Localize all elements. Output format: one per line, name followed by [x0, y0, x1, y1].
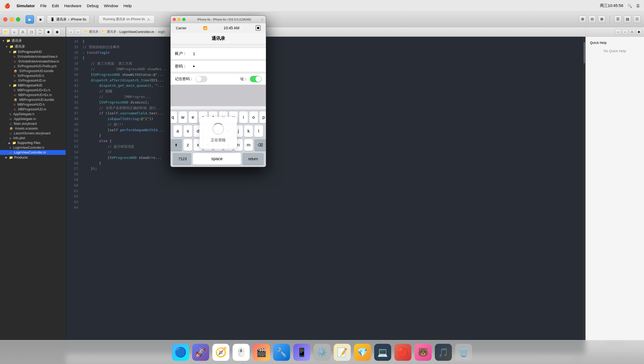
dock-music[interactable]: 🎵: [435, 344, 452, 361]
kb-key-e[interactable]: e: [189, 111, 197, 123]
sidebar-mbprogress-group[interactable]: ▼ 📁 MBProgressHUD: [0, 83, 66, 88]
autologin-switch[interactable]: [250, 76, 262, 82]
kb-key-m[interactable]: m: [244, 139, 253, 151]
kb-key-i[interactable]: i: [239, 111, 248, 123]
sidebar-item-mbexh[interactable]: h MBProgressHUD+Ex.h: [0, 88, 66, 93]
breadcrumb-item-4[interactable]: -login: [157, 30, 165, 34]
rp-back-btn[interactable]: ‹: [615, 29, 621, 35]
sim-zoom-btn[interactable]: [182, 18, 185, 21]
kb-return-key[interactable]: return: [242, 153, 264, 165]
dock-mouse[interactable]: 🖱️: [233, 344, 250, 361]
rp-bookmark-btn[interactable]: ◉: [636, 29, 642, 35]
sidebar-svprogress-group[interactable]: ▼ 📁 SVProgressHUD: [0, 49, 66, 54]
dock-paw[interactable]: 🔴: [394, 344, 411, 361]
menu-simulator[interactable]: Simulator: [16, 3, 35, 8]
utilities-btn[interactable]: ☷: [633, 15, 641, 23]
sidebar-item-mbbundle[interactable]: 📦 MBProgressHUD.bundle: [0, 97, 66, 102]
sidebar-item-mainstoryboard[interactable]: ◻ Main.storyboard: [0, 121, 66, 126]
sim-minimize-btn[interactable]: [177, 18, 181, 21]
menu-help[interactable]: Help: [123, 3, 132, 8]
breadcrumb-item-2[interactable]: 📁 通讯录: [102, 30, 116, 34]
sidebar-item-supporting[interactable]: ▶ 📁 Supporting Files: [0, 140, 66, 145]
dock-dvd[interactable]: 🎬: [253, 344, 270, 361]
kb-key-k[interactable]: k: [244, 125, 253, 137]
kb-num-key[interactable]: .?123: [173, 153, 191, 165]
menu-window[interactable]: Window: [104, 3, 118, 8]
kb-key-z[interactable]: z: [184, 139, 192, 151]
menu-hardware[interactable]: Hardware: [64, 3, 81, 8]
zoom-button[interactable]: [16, 17, 20, 22]
sidebar-item-loginvch[interactable]: h LoginViewController.h: [0, 145, 66, 150]
sidebar-item-mbexm[interactable]: m MBProgressHUD+Ex.m: [0, 93, 66, 97]
password-field[interactable]: 密码： •: [171, 60, 266, 72]
nav-vc-icon[interactable]: ◻: [28, 28, 35, 36]
dock-sketch[interactable]: 💎: [354, 344, 371, 361]
scrollbar-thumb[interactable]: [584, 42, 585, 63]
menu-edit[interactable]: Edit: [52, 3, 59, 8]
scheme-selector[interactable]: 📱 通讯录 › iPhone 6s: [47, 15, 90, 24]
nav-folder-icon[interactable]: 📁: [2, 28, 10, 36]
sidebar-toggle-right[interactable]: ☰: [614, 15, 622, 23]
sidebar-item-mbh[interactable]: h MBProgressHUD.h: [0, 102, 66, 107]
minimize-button[interactable]: [10, 17, 14, 22]
sidebar-item-group[interactable]: ▼ 📁 通讯录: [0, 44, 66, 49]
sidebar-item-svm[interactable]: m SVProgressHUD.m: [0, 78, 66, 83]
stop-button[interactable]: ■: [36, 15, 45, 24]
breadcrumb-item-1[interactable]: 📁 通讯录: [84, 30, 98, 34]
sidebar-item-launchstoryboard[interactable]: ◻ LaunchScreen.storyboard: [0, 131, 66, 136]
dock-notes[interactable]: 📝: [334, 344, 351, 361]
dock-terminal[interactable]: 💻: [374, 344, 391, 361]
sidebar-item-appdelegatem[interactable]: m AppDelegate.m: [0, 117, 66, 121]
sidebar-item-root[interactable]: ▼ 📁 通讯录: [0, 38, 66, 44]
kb-key-s[interactable]: s: [184, 125, 192, 137]
code-editor[interactable]: 34 35 36 37 38 39 40 41 42 43 44 45 46 4…: [66, 37, 585, 354]
scrollbar-track[interactable]: [583, 37, 585, 354]
sim-close-btn[interactable]: [173, 18, 176, 21]
kb-key-p[interactable]: p: [259, 111, 266, 123]
rp-forward-btn[interactable]: ›: [622, 29, 628, 35]
sidebar-item-infoplist[interactable]: p Info.plist: [0, 136, 66, 140]
dock-bear[interactable]: 🐻: [415, 344, 432, 361]
dock-finder[interactable]: 🔵: [172, 344, 189, 361]
apple-menu[interactable]: 🍎: [4, 3, 10, 9]
kb-backspace-key[interactable]: ⌫: [254, 139, 266, 151]
remember-switch[interactable]: [196, 76, 207, 82]
sidebar-item-assets[interactable]: 📦 Assets.xcassets: [0, 126, 66, 131]
run-button[interactable]: ▶: [26, 15, 34, 24]
kb-key-q[interactable]: q: [170, 111, 177, 123]
menu-debug[interactable]: Debug: [87, 3, 98, 8]
kb-key-w[interactable]: w: [179, 111, 187, 123]
sidebar-toggle-left[interactable]: ⊞: [579, 15, 586, 23]
nav-back-btn[interactable]: ‹: [68, 29, 74, 35]
kb-space-key[interactable]: space: [193, 153, 241, 165]
username-field[interactable]: 账户： 1: [171, 48, 266, 59]
dock-settings[interactable]: ⚙️: [313, 344, 331, 361]
nav-forward-btn[interactable]: ›: [75, 29, 81, 35]
assistant-editor-btn[interactable]: ⊟: [588, 15, 596, 23]
dock-iphone[interactable]: 📱: [293, 344, 310, 361]
sidebar-item-mbm[interactable]: m MBProgressHUD.m: [0, 107, 66, 112]
kb-shift-key[interactable]: ⬆: [170, 139, 182, 151]
dock-xcode[interactable]: 🔧: [273, 344, 290, 361]
breadcrumb-item-3[interactable]: LoginViewController.m: [119, 30, 154, 34]
nav-breakpoint-icon[interactable]: ◆: [45, 28, 52, 36]
sidebar-item-products[interactable]: ▶ 📁 Products: [0, 155, 66, 160]
nav-warning-icon[interactable]: ⚠: [19, 28, 27, 36]
sidebar-item-appdelegateh[interactable]: h AppDelegate.h: [0, 112, 66, 117]
sidebar-item-svpch[interactable]: p SVProgressHUD-Prefix.pch: [0, 64, 66, 69]
debug-area-btn[interactable]: ▤: [624, 15, 631, 23]
dock-trash[interactable]: 🗑️: [455, 344, 472, 361]
close-button[interactable]: [3, 17, 7, 22]
code-text[interactable]: } // 登陆按钮的点击事件 - (void)login { // 第三方框架 …: [79, 37, 585, 354]
menu-file[interactable]: File: [40, 3, 47, 8]
kb-key-o[interactable]: o: [249, 111, 258, 123]
dock-launchpad[interactable]: 🚀: [192, 344, 209, 361]
menubar-search-icon[interactable]: 🔍: [628, 4, 632, 8]
sidebar-item-svh[interactable]: h SVProgressHUD.h: [0, 73, 66, 78]
rp-warning-btn[interactable]: ⚠: [629, 29, 635, 35]
menubar-list-icon[interactable]: ☰: [636, 4, 640, 8]
kb-key-l[interactable]: l: [254, 125, 263, 137]
nav-report-icon[interactable]: ◉: [53, 28, 61, 36]
sidebar-item-svbundle[interactable]: 📦 SVProgressHUD.bundle: [0, 69, 66, 73]
nav-search-icon[interactable]: ⌕: [11, 28, 18, 36]
